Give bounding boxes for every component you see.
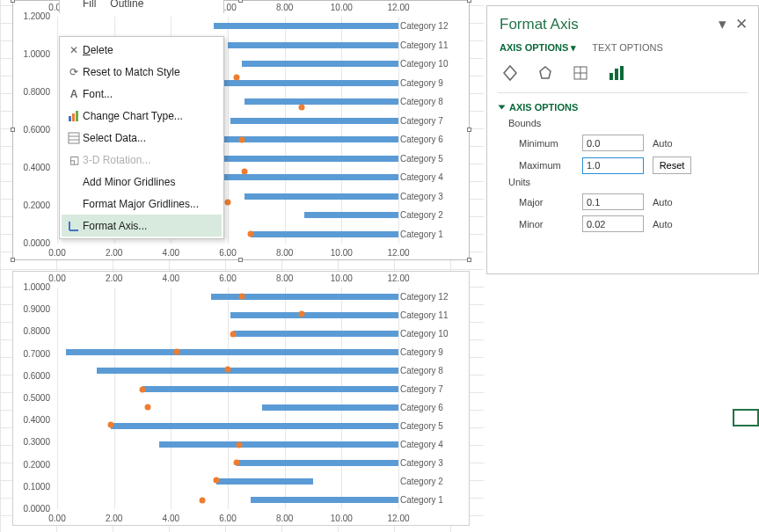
active-cell[interactable] xyxy=(733,409,759,426)
format-axis-pane: Format Axis ▾ ✕ AXIS OPTIONS▾ TEXT OPTIO… xyxy=(486,5,759,274)
tab-axis-options[interactable]: AXIS OPTIONS▾ xyxy=(500,42,576,54)
pane-title: Format Axis xyxy=(500,16,579,33)
min-input[interactable] xyxy=(582,135,644,151)
axis-icon xyxy=(65,218,83,234)
cube-icon: ◱ xyxy=(65,152,83,168)
effects-icon[interactable] xyxy=(535,62,556,84)
close-icon[interactable]: ✕ xyxy=(735,15,748,33)
menu-add-minor-gridlines[interactable]: Add Minor Gridlines xyxy=(62,171,222,193)
svg-rect-1 xyxy=(72,113,75,121)
select-data-icon xyxy=(65,130,83,146)
reset-icon: ⟳ xyxy=(65,64,83,80)
min-auto[interactable]: Auto xyxy=(653,138,686,149)
units-label: Units xyxy=(487,177,758,191)
minor-label: Minor xyxy=(519,219,573,230)
menu-3d-rotation: ◱ 3-D Rotation... xyxy=(62,149,222,171)
menu-format-major-gridlines[interactable]: Format Major Gridlines... xyxy=(62,193,222,215)
bounds-label: Bounds xyxy=(487,118,758,132)
svg-rect-3 xyxy=(69,133,79,143)
minor-input[interactable] xyxy=(582,215,644,232)
size-properties-icon[interactable] xyxy=(570,62,591,84)
axis-options-icon[interactable] xyxy=(605,62,626,84)
svg-marker-8 xyxy=(540,67,551,78)
min-label: Minimum xyxy=(519,138,573,149)
svg-rect-0 xyxy=(69,116,71,121)
svg-rect-12 xyxy=(609,73,613,80)
major-auto[interactable]: Auto xyxy=(653,197,686,208)
svg-rect-2 xyxy=(76,111,78,121)
mini-outline[interactable]: Outline xyxy=(110,0,143,10)
fill-line-icon[interactable] xyxy=(500,62,521,84)
major-label: Major xyxy=(519,197,573,208)
context-menu: ✕ Delete ⟳ Reset to Match Style A Font..… xyxy=(59,36,224,239)
chart-type-icon xyxy=(65,108,83,124)
section-axis-options[interactable]: AXIS OPTIONS xyxy=(487,100,758,118)
svg-rect-14 xyxy=(620,66,624,80)
major-input[interactable] xyxy=(582,193,644,210)
delete-icon: ✕ xyxy=(65,42,83,58)
menu-delete[interactable]: ✕ Delete xyxy=(62,39,222,61)
max-label: Maximum xyxy=(519,160,573,171)
font-icon: A xyxy=(65,86,83,102)
chart-1[interactable]: 0.000.002.002.004.004.006.006.008.008.00… xyxy=(12,0,470,260)
chart-2-plot-area[interactable]: 0.000.002.002.004.004.006.006.008.008.00… xyxy=(13,272,469,525)
svg-rect-13 xyxy=(615,69,618,80)
menu-font[interactable]: A Font... xyxy=(62,83,222,105)
chart-2[interactable]: 0.000.002.002.004.004.006.006.008.008.00… xyxy=(12,271,470,526)
tab-text-options[interactable]: TEXT OPTIONS xyxy=(592,42,662,54)
menu-change-chart-type[interactable]: Change Chart Type... xyxy=(62,105,222,127)
mini-fill[interactable]: Fill xyxy=(83,0,96,10)
pane-menu-icon[interactable]: ▾ xyxy=(719,15,726,33)
collapse-icon xyxy=(499,106,506,110)
minor-auto[interactable]: Auto xyxy=(653,219,686,230)
reset-button[interactable]: Reset xyxy=(653,157,691,174)
max-input[interactable] xyxy=(582,157,644,174)
menu-reset-style[interactable]: ⟳ Reset to Match Style xyxy=(62,61,222,83)
menu-select-data[interactable]: Select Data... xyxy=(62,127,222,149)
mini-toolbar: Fill Outline xyxy=(59,0,224,13)
menu-format-axis[interactable]: Format Axis... xyxy=(62,215,222,237)
